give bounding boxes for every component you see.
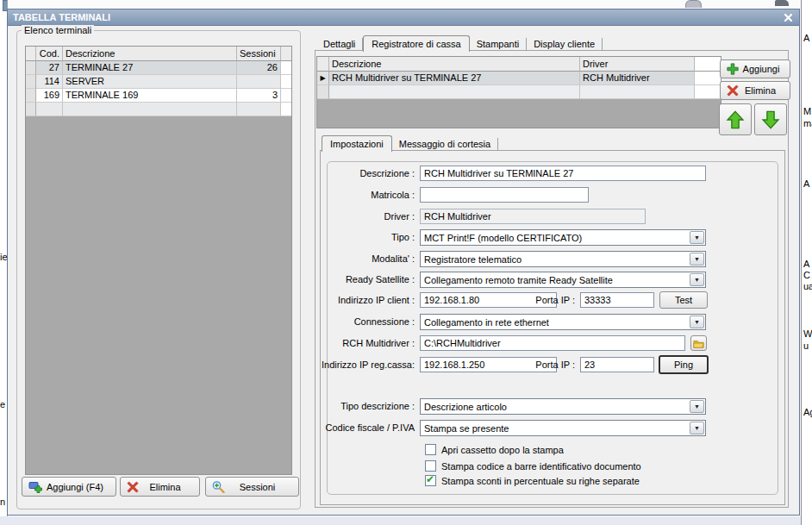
button-label: Elimina xyxy=(149,482,180,492)
porta-ip-client-input[interactable]: 33333 xyxy=(580,292,654,308)
connessione-select[interactable]: Collegamento in rete ethernet ▼ xyxy=(420,314,706,330)
button-label: Ping xyxy=(674,359,693,370)
elenco-terminali-label: Elenco terminali xyxy=(22,25,94,35)
background-text-fragment: e xyxy=(0,399,5,409)
close-icon[interactable] xyxy=(782,12,794,23)
chevron-down-icon[interactable]: ▼ xyxy=(690,422,704,434)
tab-display-cliente[interactable]: Display cliente xyxy=(527,38,603,51)
col-descrizione[interactable]: Descrizione xyxy=(329,57,580,72)
ready-satellite-select[interactable]: Collegamento remoto tramite Ready Satell… xyxy=(420,272,706,288)
modalita-select[interactable]: Registratore telematico ▼ xyxy=(420,251,706,267)
chevron-down-icon[interactable]: ▼ xyxy=(690,400,704,413)
tab-stampanti[interactable]: Stampanti xyxy=(470,38,528,51)
chevron-down-icon[interactable]: ▼ xyxy=(690,253,704,266)
checkbox-box[interactable] xyxy=(425,460,436,472)
terminals-grid[interactable]: Cod. Descrizione Sessioni 27 TERMINALE 2… xyxy=(25,46,292,475)
checkbox-stampa-sconti[interactable]: ✔ Stampa sconti in percentuale su righe … xyxy=(425,474,640,487)
delete-register-button[interactable]: Elimina xyxy=(720,81,790,100)
chevron-down-icon[interactable]: ▼ xyxy=(690,316,704,328)
col-cod[interactable]: Cod. xyxy=(36,47,63,61)
background-text-fragment: W xyxy=(803,328,812,339)
table-row-empty[interactable] xyxy=(317,85,721,99)
cell-driver: RCH Multidriver xyxy=(580,72,695,85)
checkbox-stampa-codice-barre[interactable]: Stampa codice a barre identificativo doc… xyxy=(425,459,641,472)
driver-label: Driver : xyxy=(316,209,415,224)
x-red-icon xyxy=(727,84,739,97)
row-selector xyxy=(26,89,36,103)
move-up-button[interactable] xyxy=(719,103,752,135)
add-terminal-button[interactable]: Aggiungi (F4) xyxy=(22,477,116,497)
ip-client-label: Indirizzo IP client : xyxy=(316,292,415,308)
ip-regcassa-label: Indirizzo IP reg.cassa: xyxy=(316,357,415,372)
table-row-empty[interactable] xyxy=(26,103,291,116)
screen: ie e n A M ma A A C ua W u Ag TABELLA TE… xyxy=(0,0,812,525)
button-label: Aggiungi (F4) xyxy=(47,482,103,492)
tipo-select[interactable]: MCT Print!F (modello CERTIFICATO) ▼ xyxy=(420,229,706,246)
titlebar[interactable]: TABELLA TERMINALI xyxy=(8,9,799,26)
table-row[interactable]: 27 TERMINALE 27 26 xyxy=(26,61,291,75)
selected-value: Registratore telematico xyxy=(424,254,522,265)
col-driver[interactable]: Driver xyxy=(580,57,695,72)
col-sessioni[interactable]: Sessioni xyxy=(237,47,281,61)
terminals-grid-header: Cod. Descrizione Sessioni xyxy=(26,47,291,61)
checkbox-apri-cassetto[interactable]: Apri cassetto dopo la stampa xyxy=(425,443,564,456)
add-register-button[interactable]: Aggiungi xyxy=(720,59,790,78)
row-marker-icon: ▶ xyxy=(317,72,329,85)
sessions-button[interactable]: Sessioni xyxy=(205,477,299,497)
browse-folder-button[interactable] xyxy=(690,335,707,351)
cell-filler xyxy=(281,103,291,116)
test-button[interactable]: Test xyxy=(659,291,708,309)
tipo-descrizione-select[interactable]: Descrizione articolo ▼ xyxy=(420,398,706,415)
background-text-fragment: A xyxy=(803,33,809,43)
tab-messaggio-di-cortesia[interactable]: Messaggio di cortesia xyxy=(392,138,498,151)
settings-tabs: Impostazioni Messaggio di cortesia xyxy=(322,134,498,151)
cell-sessioni: 26 xyxy=(237,61,281,75)
cell-descrizione xyxy=(329,85,580,99)
checkbox-label: Stampa sconti in percentuale su righe se… xyxy=(441,476,640,486)
cell-descrizione: SERVER xyxy=(63,75,237,89)
cell-descrizione: RCH Multidriver su TERMINALE 27 xyxy=(329,72,580,85)
col-filler xyxy=(695,57,721,72)
tab-registratore-di-cassa[interactable]: Registratore di cassa xyxy=(363,35,469,52)
cell-driver xyxy=(580,85,695,99)
row-selector xyxy=(317,85,329,99)
codice-fiscale-select[interactable]: Stampa se presente ▼ xyxy=(420,420,706,436)
checkbox-box[interactable] xyxy=(425,444,436,455)
chevron-down-icon[interactable]: ▼ xyxy=(690,231,704,244)
checkbox-box[interactable]: ✔ xyxy=(425,475,436,486)
table-row-selected[interactable]: 169 TERMINALE 169 3 xyxy=(26,89,291,103)
button-label: Elimina xyxy=(745,85,776,96)
rch-path-input[interactable]: C:\RCHMultidriver xyxy=(420,335,685,351)
col-descrizione[interactable]: Descrizione xyxy=(63,47,237,61)
tab-impostazioni[interactable]: Impostazioni xyxy=(322,135,392,152)
background-text-fragment: A xyxy=(803,178,809,189)
porta-ip-regcassa-input[interactable]: 23 xyxy=(580,357,654,372)
tabella-terminali-dialog: TABELLA TERMINALI Elenco terminali Cod. … xyxy=(7,9,800,516)
move-down-button[interactable] xyxy=(754,103,787,135)
arrow-up-green-icon xyxy=(726,109,745,130)
registers-grid[interactable]: Descrizione Driver ▶ RCH Multidriver su … xyxy=(316,56,721,128)
background-toolbar-icon xyxy=(685,0,702,8)
cell-filler xyxy=(281,75,291,89)
background-text-fragment: C xyxy=(803,270,810,280)
background-text-fragment: ua xyxy=(803,281,812,291)
codice-fiscale-label: Codice fiscale / P.IVA xyxy=(316,420,415,435)
detail-tabs: Dettagli Registratore di cassa Stampanti… xyxy=(316,34,603,51)
row-selector-header xyxy=(26,47,36,61)
table-row-selected[interactable]: ▶ RCH Multidriver su TERMINALE 27 RCH Mu… xyxy=(317,72,721,85)
background-toolbar-icon xyxy=(775,0,789,6)
x-red-icon xyxy=(127,481,139,493)
cell-descrizione: TERMINALE 27 xyxy=(63,61,237,75)
delete-terminal-button[interactable]: Elimina xyxy=(120,477,200,497)
cell-descrizione xyxy=(63,103,237,116)
table-row[interactable]: 114 SERVER xyxy=(26,75,291,89)
folder-icon xyxy=(693,339,704,348)
matricola-input[interactable] xyxy=(420,187,589,203)
descrizione-input[interactable]: RCH Multidriver su TERMINALE 27 xyxy=(420,166,706,181)
button-label: Test xyxy=(675,295,692,305)
cell-filler xyxy=(695,72,721,85)
button-label: Sessioni xyxy=(240,482,276,492)
chevron-down-icon[interactable]: ▼ xyxy=(690,273,704,286)
tab-dettagli[interactable]: Dettagli xyxy=(316,38,363,51)
ping-button[interactable]: Ping xyxy=(659,355,709,374)
